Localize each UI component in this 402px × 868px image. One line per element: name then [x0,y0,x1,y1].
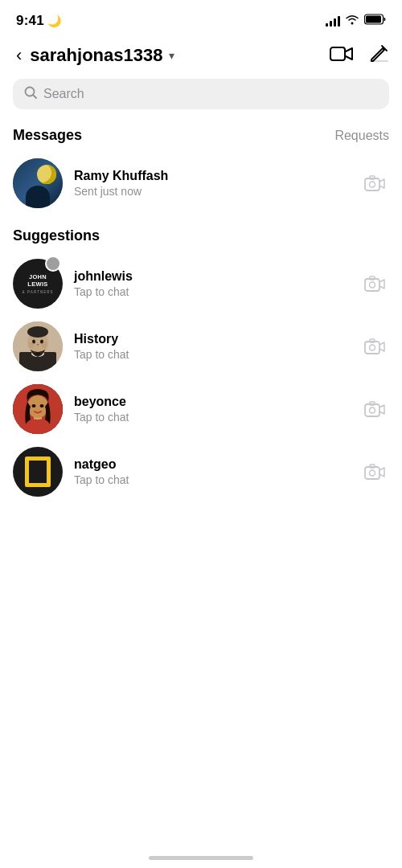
search-container: Search [0,79,402,121]
svg-rect-33 [370,402,375,405]
message-sub-beyonce: Tap to chat [74,411,349,424]
search-bar[interactable]: Search [13,79,389,109]
message-name-natgeo: natgeo [74,457,349,472]
svg-rect-36 [370,465,375,468]
status-icons [326,14,386,28]
moon-icon: 🌙 [47,14,61,27]
svg-rect-21 [365,342,379,354]
camera-action-johnlewis[interactable] [360,269,389,298]
suggestion-item-beyonce[interactable]: beyonce Tap to chat [0,378,402,440]
svg-point-32 [370,407,375,413]
svg-point-30 [40,404,44,407]
chevron-down-icon[interactable]: ▾ [169,49,174,62]
video-camera-button[interactable] [330,44,354,67]
avatar-natgeo [13,447,63,497]
svg-rect-23 [370,339,375,342]
message-name-ramy: Ramy Khuffash [74,169,349,183]
message-info-beyonce: beyonce Tap to chat [74,395,349,424]
battery-icon [364,14,386,28]
svg-point-6 [370,182,375,187]
back-button[interactable]: ‹ [13,42,25,69]
message-sub-johnlewis: Tap to chat [74,285,349,298]
suggestions-section: Suggestions JOHNLEWIS& PARTNERS johnlewi… [0,215,402,503]
svg-point-29 [32,404,36,407]
natgeo-logo [25,457,51,487]
svg-rect-34 [365,467,379,479]
svg-rect-7 [370,176,375,179]
status-bar: 9:41 🌙 [0,0,402,39]
svg-point-22 [370,345,375,350]
svg-point-9 [370,282,375,288]
active-dot-johnlewis [45,256,61,272]
svg-rect-3 [369,60,388,62]
message-name-beyonce: beyonce [74,395,349,409]
signal-icon [326,15,340,27]
suggestion-item-natgeo[interactable]: natgeo Tap to chat [0,440,402,503]
search-icon [24,86,37,102]
avatar-wrapper-johnlewis: JOHNLEWIS& PARTNERS [13,259,63,309]
status-time: 9:41 [16,13,44,29]
message-info-johnlewis: johnlewis Tap to chat [74,269,349,298]
message-info-ramy: Ramy Khuffash Sent just now [74,169,349,198]
svg-rect-31 [365,404,379,416]
message-name-history: History [74,332,349,346]
messages-header: Messages Requests [0,121,402,152]
message-sub-ramy: Sent just now [74,185,349,198]
search-placeholder: Search [43,87,84,101]
suggestion-item-history[interactable]: History Tap to chat [0,315,402,378]
camera-action-history[interactable] [360,332,389,361]
message-item-ramy[interactable]: Ramy Khuffash Sent just now [0,152,402,215]
svg-point-35 [370,470,375,476]
suggestions-header: Suggestions [0,221,402,252]
svg-rect-1 [366,16,381,23]
header-left: ‹ sarahjonas1338 ▾ [13,42,174,69]
message-info-history: History Tap to chat [74,332,349,361]
header: ‹ sarahjonas1338 ▾ [0,39,402,79]
home-indicator [149,856,253,860]
svg-point-16 [27,326,48,338]
messages-title: Messages [13,127,82,144]
suggestions-title: Suggestions [13,227,100,244]
suggestion-item-johnlewis[interactable]: JOHNLEWIS& PARTNERS johnlewis Tap to cha… [0,252,402,315]
svg-rect-5 [365,178,379,190]
message-sub-natgeo: Tap to chat [74,473,349,486]
svg-rect-2 [330,47,345,60]
svg-rect-8 [365,279,379,291]
header-username: sarahjonas1338 [30,45,162,66]
requests-link[interactable]: Requests [334,129,389,143]
svg-point-19 [29,342,34,348]
camera-action-beyonce[interactable] [360,395,389,424]
message-name-johnlewis: johnlewis [74,269,349,284]
svg-rect-10 [370,276,375,280]
avatar-beyonce [13,384,63,434]
message-sub-history: Tap to chat [74,348,349,361]
svg-point-20 [42,342,47,348]
avatar-history [13,321,63,371]
camera-action-ramy[interactable] [360,169,389,198]
wifi-icon [345,14,359,28]
message-info-natgeo: natgeo Tap to chat [74,457,349,486]
camera-action-natgeo[interactable] [360,457,389,486]
header-actions [330,43,389,68]
edit-button[interactable] [368,43,389,68]
avatar-ramy [13,158,63,208]
